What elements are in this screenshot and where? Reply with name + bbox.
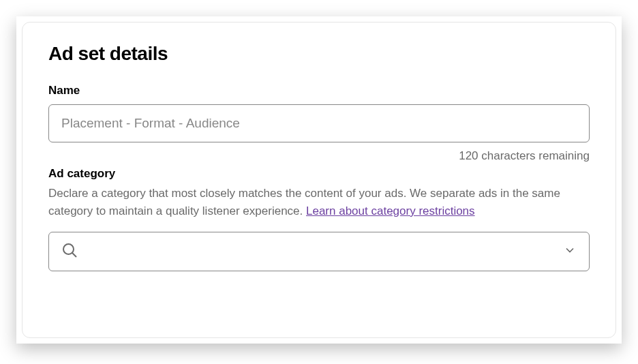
ad-category-description: Declare a category that most closely mat… — [48, 185, 590, 219]
page-title: Ad set details — [48, 43, 590, 65]
chevron-down-icon — [563, 243, 577, 260]
ad-set-details-card: Ad set details Name 120 characters remai… — [22, 22, 616, 338]
char-remaining-text: 120 characters remaining — [48, 149, 590, 163]
search-icon — [61, 242, 78, 261]
ad-category-select[interactable] — [48, 232, 590, 271]
svg-line-1 — [72, 253, 76, 257]
ad-category-desc-text: Declare a category that most closely mat… — [48, 187, 560, 217]
svg-point-0 — [63, 244, 74, 254]
select-left-area — [61, 242, 78, 261]
form-container: Ad set details Name 120 characters remai… — [16, 16, 622, 344]
name-input[interactable] — [48, 104, 590, 142]
name-label: Name — [48, 84, 590, 97]
learn-restrictions-link[interactable]: Learn about category restrictions — [306, 204, 475, 217]
ad-category-label: Ad category — [48, 167, 590, 181]
